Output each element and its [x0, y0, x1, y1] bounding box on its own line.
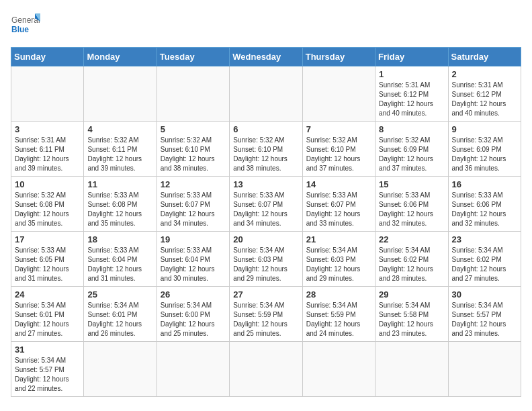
logo: General Blue: [11, 11, 40, 40]
calendar-day-cell: 31Sunrise: 5:34 AM Sunset: 5:57 PM Dayli…: [11, 342, 84, 397]
header-saturday: Saturday: [448, 48, 521, 66]
day-number: 12: [161, 179, 226, 189]
page-header: General Blue: [11, 11, 521, 40]
calendar-day-cell: 28Sunrise: 5:34 AM Sunset: 5:59 PM Dayli…: [302, 287, 375, 342]
header-wednesday: Wednesday: [230, 48, 302, 66]
day-info: Sunrise: 5:32 AM Sunset: 6:09 PM Dayligh…: [379, 136, 444, 173]
day-number: 19: [161, 234, 226, 244]
calendar-day-cell: 16Sunrise: 5:33 AM Sunset: 6:06 PM Dayli…: [448, 177, 521, 232]
calendar-day-cell: 15Sunrise: 5:33 AM Sunset: 6:06 PM Dayli…: [375, 177, 448, 232]
calendar-header-row: SundayMondayTuesdayWednesdayThursdayFrid…: [11, 48, 521, 66]
svg-text:Blue: Blue: [11, 25, 29, 34]
header-tuesday: Tuesday: [157, 48, 229, 66]
calendar-day-cell: 24Sunrise: 5:34 AM Sunset: 6:01 PM Dayli…: [11, 287, 84, 342]
day-info: Sunrise: 5:34 AM Sunset: 6:03 PM Dayligh…: [233, 246, 298, 283]
day-info: Sunrise: 5:32 AM Sunset: 6:08 PM Dayligh…: [15, 191, 80, 228]
day-number: 26: [161, 289, 226, 300]
calendar-day-cell: 12Sunrise: 5:33 AM Sunset: 6:07 PM Dayli…: [157, 177, 229, 232]
calendar-day-cell: 21Sunrise: 5:34 AM Sunset: 6:03 PM Dayli…: [302, 232, 375, 287]
calendar-day-cell: [230, 342, 302, 397]
header-sunday: Sunday: [11, 48, 84, 66]
day-number: 28: [306, 289, 371, 300]
header-thursday: Thursday: [302, 48, 375, 66]
day-info: Sunrise: 5:33 AM Sunset: 6:07 PM Dayligh…: [161, 191, 226, 228]
day-number: 6: [233, 124, 298, 134]
day-number: 18: [87, 234, 152, 244]
calendar-day-cell: 13Sunrise: 5:33 AM Sunset: 6:07 PM Dayli…: [230, 177, 302, 232]
header-friday: Friday: [375, 48, 448, 66]
day-number: 13: [233, 179, 298, 189]
day-info: Sunrise: 5:33 AM Sunset: 6:07 PM Dayligh…: [233, 191, 298, 228]
day-info: Sunrise: 5:33 AM Sunset: 6:06 PM Dayligh…: [452, 191, 517, 228]
day-info: Sunrise: 5:34 AM Sunset: 6:01 PM Dayligh…: [87, 301, 152, 338]
calendar-day-cell: [84, 66, 157, 122]
day-number: 30: [452, 289, 517, 300]
day-number: 23: [452, 234, 517, 244]
calendar-day-cell: [375, 342, 448, 397]
day-number: 31: [15, 345, 80, 355]
header-monday: Monday: [84, 48, 157, 66]
day-number: 4: [87, 124, 152, 134]
day-info: Sunrise: 5:31 AM Sunset: 6:11 PM Dayligh…: [15, 136, 80, 173]
day-number: 15: [379, 179, 444, 189]
day-number: 14: [306, 179, 371, 189]
day-number: 24: [15, 289, 80, 300]
day-number: 2: [452, 69, 517, 79]
day-number: 7: [306, 124, 371, 134]
calendar-day-cell: 25Sunrise: 5:34 AM Sunset: 6:01 PM Dayli…: [84, 287, 157, 342]
day-number: 25: [87, 289, 152, 300]
day-info: Sunrise: 5:31 AM Sunset: 6:12 PM Dayligh…: [452, 81, 517, 118]
day-info: Sunrise: 5:32 AM Sunset: 6:09 PM Dayligh…: [452, 136, 517, 173]
calendar-day-cell: 6Sunrise: 5:32 AM Sunset: 6:10 PM Daylig…: [230, 122, 302, 177]
day-info: Sunrise: 5:34 AM Sunset: 6:00 PM Dayligh…: [161, 301, 226, 338]
calendar-week-row: 10Sunrise: 5:32 AM Sunset: 6:08 PM Dayli…: [11, 177, 521, 232]
calendar-day-cell: 10Sunrise: 5:32 AM Sunset: 6:08 PM Dayli…: [11, 177, 84, 232]
day-info: Sunrise: 5:32 AM Sunset: 6:10 PM Dayligh…: [233, 136, 298, 173]
calendar-day-cell: [448, 342, 521, 397]
calendar-day-cell: 19Sunrise: 5:33 AM Sunset: 6:04 PM Dayli…: [157, 232, 229, 287]
calendar-day-cell: [84, 342, 157, 397]
day-number: 21: [306, 234, 371, 244]
calendar-day-cell: 22Sunrise: 5:34 AM Sunset: 6:02 PM Dayli…: [375, 232, 448, 287]
calendar-day-cell: [302, 342, 375, 397]
day-number: 27: [233, 289, 298, 300]
calendar-day-cell: 4Sunrise: 5:32 AM Sunset: 6:11 PM Daylig…: [84, 122, 157, 177]
calendar-week-row: 24Sunrise: 5:34 AM Sunset: 6:01 PM Dayli…: [11, 287, 521, 342]
day-info: Sunrise: 5:34 AM Sunset: 5:57 PM Dayligh…: [452, 301, 517, 338]
calendar-day-cell: 23Sunrise: 5:34 AM Sunset: 6:02 PM Dayli…: [448, 232, 521, 287]
day-number: 16: [452, 179, 517, 189]
day-number: 5: [161, 124, 226, 134]
calendar-week-row: 1Sunrise: 5:31 AM Sunset: 6:12 PM Daylig…: [11, 66, 521, 122]
day-number: 22: [379, 234, 444, 244]
day-info: Sunrise: 5:34 AM Sunset: 6:03 PM Dayligh…: [306, 246, 371, 283]
day-info: Sunrise: 5:32 AM Sunset: 6:10 PM Dayligh…: [306, 136, 371, 173]
logo-container: General Blue: [11, 11, 40, 40]
calendar-day-cell: 30Sunrise: 5:34 AM Sunset: 5:57 PM Dayli…: [448, 287, 521, 342]
calendar-day-cell: 9Sunrise: 5:32 AM Sunset: 6:09 PM Daylig…: [448, 122, 521, 177]
day-info: Sunrise: 5:33 AM Sunset: 6:05 PM Dayligh…: [15, 246, 80, 283]
day-number: 10: [15, 179, 80, 189]
calendar-day-cell: 14Sunrise: 5:33 AM Sunset: 6:07 PM Dayli…: [302, 177, 375, 232]
calendar-day-cell: 17Sunrise: 5:33 AM Sunset: 6:05 PM Dayli…: [11, 232, 84, 287]
calendar-day-cell: [302, 66, 375, 122]
day-number: 1: [379, 69, 444, 79]
day-info: Sunrise: 5:32 AM Sunset: 6:10 PM Dayligh…: [161, 136, 226, 173]
calendar-week-row: 17Sunrise: 5:33 AM Sunset: 6:05 PM Dayli…: [11, 232, 521, 287]
calendar-day-cell: 2Sunrise: 5:31 AM Sunset: 6:12 PM Daylig…: [448, 66, 521, 122]
calendar-day-cell: [230, 66, 302, 122]
calendar-day-cell: 8Sunrise: 5:32 AM Sunset: 6:09 PM Daylig…: [375, 122, 448, 177]
day-info: Sunrise: 5:31 AM Sunset: 6:12 PM Dayligh…: [379, 81, 444, 118]
day-info: Sunrise: 5:34 AM Sunset: 5:59 PM Dayligh…: [233, 301, 298, 338]
day-info: Sunrise: 5:34 AM Sunset: 6:01 PM Dayligh…: [15, 301, 80, 338]
calendar-table: SundayMondayTuesdayWednesdayThursdayFrid…: [11, 47, 521, 397]
day-info: Sunrise: 5:33 AM Sunset: 6:06 PM Dayligh…: [379, 191, 444, 228]
calendar-day-cell: 3Sunrise: 5:31 AM Sunset: 6:11 PM Daylig…: [11, 122, 84, 177]
day-info: Sunrise: 5:33 AM Sunset: 6:04 PM Dayligh…: [87, 246, 152, 283]
calendar-day-cell: 1Sunrise: 5:31 AM Sunset: 6:12 PM Daylig…: [375, 66, 448, 122]
calendar-week-row: 3Sunrise: 5:31 AM Sunset: 6:11 PM Daylig…: [11, 122, 521, 177]
day-info: Sunrise: 5:34 AM Sunset: 6:02 PM Dayligh…: [452, 246, 517, 283]
generalblue-icon: General Blue: [11, 11, 40, 40]
day-number: 29: [379, 289, 444, 300]
day-info: Sunrise: 5:34 AM Sunset: 6:02 PM Dayligh…: [379, 246, 444, 283]
calendar-day-cell: 20Sunrise: 5:34 AM Sunset: 6:03 PM Dayli…: [230, 232, 302, 287]
